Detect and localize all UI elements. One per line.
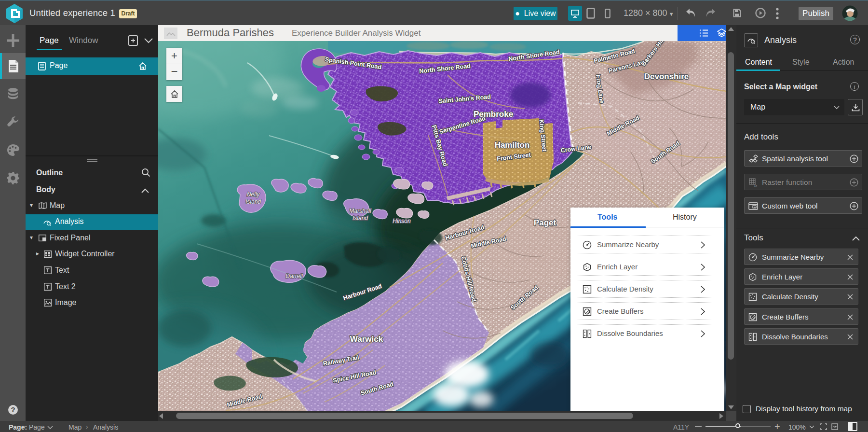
svg-text:Darrell: Darrell	[285, 273, 303, 279]
svg-text:Paget: Paget	[534, 218, 556, 227]
svg-text:Warwick: Warwick	[350, 334, 383, 344]
svg-text:Nelly: Nelly	[247, 191, 260, 198]
svg-text:Pembroke: Pembroke	[474, 110, 513, 119]
svg-text:Marshall: Marshall	[349, 208, 371, 214]
svg-text:Hinson: Hinson	[393, 218, 411, 224]
svg-text:Island: Island	[353, 215, 368, 222]
svg-text:Devonshire: Devonshire	[644, 72, 689, 81]
svg-text:fx: fx	[754, 183, 758, 187]
svg-text:Hamilton: Hamilton	[495, 140, 530, 150]
svg-text:Island: Island	[245, 198, 261, 205]
